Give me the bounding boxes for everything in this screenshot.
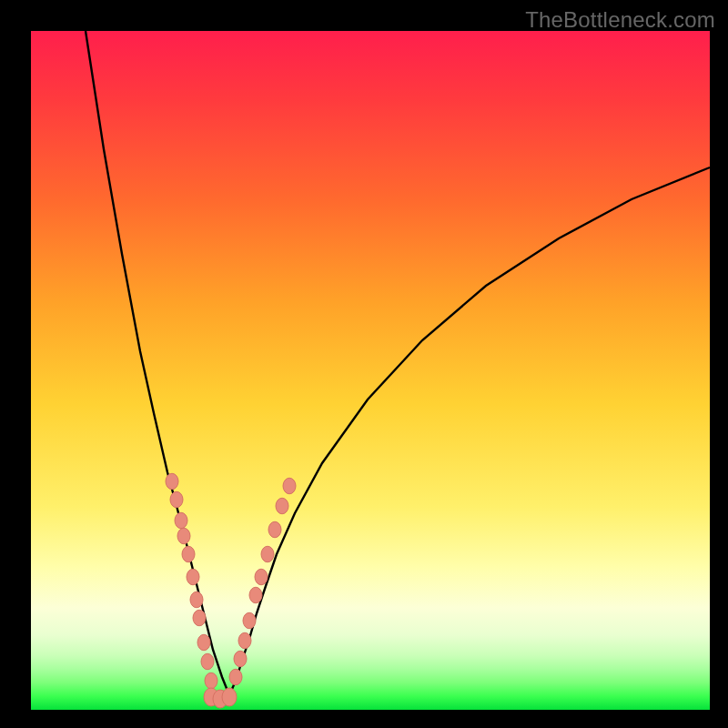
- data-dot: [238, 632, 251, 649]
- data-dot: [255, 569, 268, 585]
- data-dot: [261, 546, 274, 562]
- data-dot: [222, 688, 237, 706]
- plot-gradient-area: [31, 31, 710, 710]
- bottleneck-curve-left: [86, 31, 229, 695]
- watermark-text: TheBottleneck.com: [525, 7, 715, 33]
- data-dot: [205, 672, 217, 689]
- data-dot: [182, 546, 195, 562]
- data-dot: [193, 610, 206, 626]
- data-dot: [229, 669, 242, 685]
- data-dot: [249, 587, 262, 603]
- data-dot: [243, 612, 256, 629]
- bottleneck-curve-right: [229, 167, 710, 695]
- data-dots-group: [166, 473, 296, 708]
- data-dot: [190, 592, 203, 608]
- curve-layer: [31, 31, 710, 710]
- data-dot: [268, 521, 281, 538]
- data-dot: [197, 634, 210, 651]
- data-dot: [283, 478, 296, 494]
- data-dot: [166, 473, 178, 490]
- chart-stage: TheBottleneck.com: [0, 0, 728, 728]
- data-dot: [276, 498, 288, 514]
- data-dot: [175, 512, 187, 529]
- data-dot: [234, 651, 247, 667]
- data-dot: [187, 569, 199, 585]
- data-dot: [201, 653, 214, 670]
- data-dot: [177, 528, 190, 544]
- data-dot: [170, 491, 183, 508]
